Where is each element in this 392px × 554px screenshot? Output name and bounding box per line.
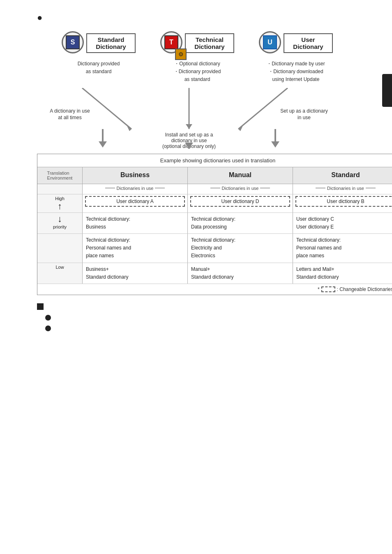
standard-dict-card: S StandardDictionary Dictionary provided… bbox=[49, 31, 148, 84]
manual-dicts-header: Dictionaries in use bbox=[188, 184, 293, 194]
priority-cell bbox=[37, 184, 83, 194]
main-diagram: S StandardDictionary Dictionary provided… bbox=[25, 31, 386, 331]
translation-table: Example showing dictionaries used in tra… bbox=[37, 154, 392, 295]
business-dotted-dict: User dictionary A bbox=[85, 196, 185, 207]
page: ● S StandardDictionary Dictionary provid… bbox=[0, 0, 392, 554]
standard-row3: Letters and Mail+Standard dictionary bbox=[293, 263, 392, 284]
high-label-cell: High ↑ bbox=[37, 194, 83, 213]
low-label-cell: Low bbox=[37, 263, 83, 284]
manual-user-dict: User dictionary D bbox=[188, 194, 293, 213]
technical-dict-label: TechnicalDictionary bbox=[185, 33, 234, 53]
business-std: Business+Standard dictionary bbox=[86, 265, 184, 281]
user-dict-card: U UserDictionary ・Dictionary made by use… bbox=[247, 31, 345, 84]
technical-extra-icon: ⚙ bbox=[175, 48, 187, 60]
manual-std: Manual+Standard dictionary bbox=[191, 265, 289, 281]
standard-dict-icon: S bbox=[62, 31, 84, 53]
user-dict-desc: ・Dictionary made by user・Dictionary down… bbox=[267, 60, 325, 84]
standard-dicts-label: Dictionaries in use bbox=[327, 186, 364, 191]
translation-env-header: TranslationEnvironment bbox=[37, 167, 83, 184]
standard-dicts-header: Dictionaries in use bbox=[293, 184, 392, 194]
changeable-note: * : Changeable Dictionaries bbox=[37, 284, 392, 295]
up-arrow: ↑ bbox=[38, 202, 81, 211]
standard-std: Letters and Mail+Standard dictionary bbox=[296, 265, 392, 281]
manual-tech2: Technical dictionary:Electricity andElec… bbox=[191, 236, 289, 260]
svg-text:Install and set up as a: Install and set up as a bbox=[165, 132, 213, 138]
table-grid: TranslationEnvironment Business Manual S… bbox=[37, 167, 392, 284]
standard-user-ce: User dictionary CUser dictionary E bbox=[296, 215, 392, 231]
business-tech1: Technical dictionary:Business bbox=[86, 215, 184, 231]
standard-user-dict: User dictionary B bbox=[293, 194, 392, 213]
business-row3: Business+Standard dictionary bbox=[83, 263, 188, 284]
standard-row2: Technical dictionary:Personal names andp… bbox=[293, 234, 392, 263]
bullet-item-2 bbox=[45, 325, 386, 331]
changeable-text: : Changeable Dictionaries bbox=[337, 286, 392, 292]
standard-dict-label: StandardDictionary bbox=[86, 33, 136, 53]
manual-row2: Technical dictionary:Electricity andElec… bbox=[188, 234, 293, 263]
business-user-dict: User dictionary A bbox=[83, 194, 188, 213]
bullet-dot-2 bbox=[45, 325, 51, 331]
standard-icon-inner: S bbox=[66, 35, 80, 49]
standard-header: Standard bbox=[293, 167, 392, 184]
manual-row1: Technical dictionary:Data processing bbox=[188, 213, 293, 234]
connector-arrows: A dictionary in use at all times Install… bbox=[49, 88, 345, 150]
svg-text:A dictionary in use: A dictionary in use bbox=[50, 108, 90, 114]
low-text: Low bbox=[38, 265, 81, 270]
standard-dict-desc: Dictionary providedas standard bbox=[78, 60, 120, 76]
dict-cards: S StandardDictionary Dictionary provided… bbox=[49, 31, 345, 84]
down-arrow: ↓ bbox=[38, 215, 81, 224]
technical-dict-card: T ⚙ TechnicalDictionary ・Optional dictio… bbox=[148, 31, 247, 84]
manual-row3: Manual+Standard dictionary bbox=[188, 263, 293, 284]
svg-text:in use: in use bbox=[297, 115, 311, 120]
svg-text:at all times: at all times bbox=[58, 115, 81, 120]
svg-marker-14 bbox=[99, 141, 107, 148]
user-dict-label: UserDictionary bbox=[284, 33, 333, 53]
table-title: Example showing dictionaries used in tra… bbox=[37, 154, 392, 167]
manual-tech1: Technical dictionary:Data processing bbox=[191, 215, 289, 231]
standard-tech2: Technical dictionary:Personal names andp… bbox=[296, 236, 392, 260]
business-row1: Technical dictionary:Business bbox=[83, 213, 188, 234]
manual-header: Manual bbox=[188, 167, 293, 184]
empty-label-3 bbox=[37, 234, 83, 263]
asterisk: * bbox=[318, 286, 320, 292]
priority-text: priority bbox=[38, 224, 81, 229]
technical-icon-inner: T bbox=[164, 35, 178, 49]
section-header bbox=[37, 303, 386, 310]
manual-dicts-label: Dictionaries in use bbox=[222, 186, 259, 191]
svg-text:dictionary in use: dictionary in use bbox=[171, 138, 207, 143]
top-bullet: ● bbox=[37, 12, 380, 23]
standard-row1: User dictionary CUser dictionary E bbox=[293, 213, 392, 234]
svg-marker-5 bbox=[186, 124, 192, 129]
technical-dict-desc: ・Optional dictionary・Dictionary provided… bbox=[174, 60, 221, 84]
standard-dotted-dict: User dictionary B bbox=[295, 196, 392, 207]
svg-text:Set up as a dictionary: Set up as a dictionary bbox=[280, 108, 327, 114]
bullet-item-1 bbox=[45, 314, 386, 321]
business-dicts-label: Dictionaries in use bbox=[117, 186, 154, 191]
business-header: Business bbox=[83, 167, 188, 184]
changeable-box bbox=[321, 286, 335, 292]
bottom-section bbox=[37, 303, 386, 331]
high-text: High bbox=[38, 196, 81, 201]
priority-mid-cell: ↓ priority bbox=[37, 213, 83, 234]
business-dicts-header: Dictionaries in use bbox=[83, 184, 188, 194]
business-tech2: Technical dictionary:Personal names andp… bbox=[86, 236, 184, 260]
user-icon-inner: U bbox=[263, 35, 277, 49]
user-dict-icon: U bbox=[259, 31, 281, 53]
bullet-dot-1 bbox=[45, 315, 51, 321]
section-square-icon bbox=[37, 303, 44, 310]
svg-marker-18 bbox=[271, 141, 279, 148]
manual-dotted-dict: User dictionary D bbox=[190, 196, 290, 207]
business-row2: Technical dictionary:Personal names andp… bbox=[83, 234, 188, 263]
